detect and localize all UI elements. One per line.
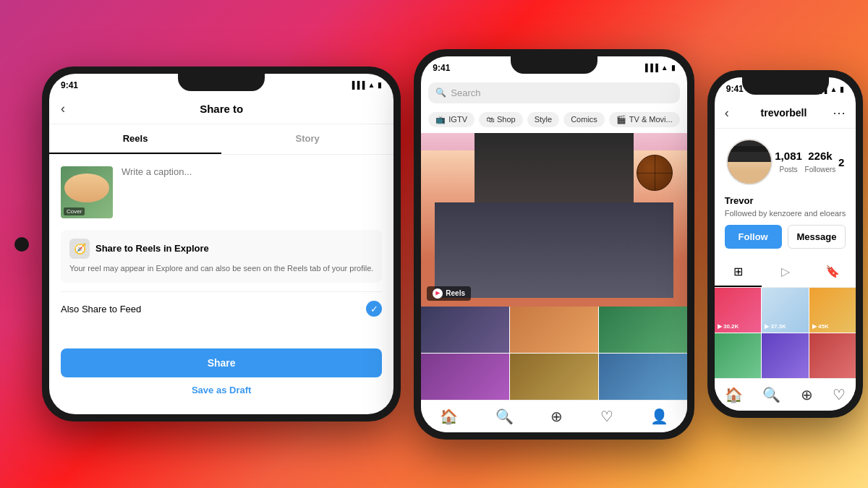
- profile-grid: ▶ 30.2K ▶ 37.3K ▶ 45K: [715, 288, 856, 378]
- ball-line-v: [655, 155, 655, 190]
- filter-style[interactable]: Style: [527, 112, 559, 127]
- time-2: 9:41: [61, 80, 78, 90]
- saved-view-tab[interactable]: 🔖: [809, 257, 856, 287]
- share-title: Share to: [200, 103, 243, 115]
- profile-header: ‹ trevorbell ⋯: [715, 98, 856, 129]
- profile-cell-4[interactable]: [715, 333, 762, 378]
- share-button[interactable]: Share: [61, 348, 382, 377]
- notch-2: [178, 74, 265, 91]
- grid-cell-5[interactable]: [510, 354, 598, 400]
- profile-cell-2[interactable]: ▶ 37.3K: [762, 288, 809, 333]
- filter-style-label: Style: [535, 115, 552, 124]
- explore-compass-icon: 🧭: [69, 239, 90, 259]
- nav-home-icon[interactable]: 🏠: [440, 408, 458, 425]
- tab-story[interactable]: Story: [221, 124, 393, 154]
- reels-view-tab[interactable]: ▷: [762, 257, 809, 287]
- share-screen: 9:41 ▐▐▐ ▲ ▮ ‹ Share to Reels Story: [49, 74, 393, 414]
- reels-play-icon: [433, 288, 443, 299]
- cell-bg-4: [715, 333, 762, 378]
- signal-3: ▐▐▐: [643, 64, 658, 72]
- followers-label: Followers: [805, 166, 836, 174]
- status-icons-2: ▐▐▐ ▲ ▮: [349, 81, 382, 89]
- profile-cell-6[interactable]: [809, 333, 856, 378]
- profile-nav: 🏠 🔍 ⊕ ♡: [715, 378, 856, 411]
- view-count-1: ▶ 30.2K: [718, 323, 739, 330]
- thumb-face: [64, 174, 109, 202]
- phone-1-reels-camera: 9:41 ▐▐▐ ▲ ▮ ✕ ⚡: [14, 237, 29, 252]
- tv-icon: 🎬: [616, 115, 626, 124]
- nav-add-icon[interactable]: ⊕: [550, 408, 563, 425]
- nav-profile-icon[interactable]: 👤: [650, 408, 668, 425]
- person-outfit: [435, 202, 674, 298]
- also-share-label: Also Share to Feed: [61, 304, 141, 314]
- explore-grid: [421, 307, 686, 400]
- save-draft-link[interactable]: Save as Draft: [61, 377, 382, 403]
- profile-nav-heart[interactable]: ♡: [833, 386, 846, 403]
- caption-input[interactable]: [122, 166, 382, 218]
- profile-cell-1[interactable]: ▶ 30.2K: [715, 288, 762, 333]
- profile-view-tabs: ⊞ ▷ 🔖: [715, 257, 856, 288]
- search-input-placeholder: Search: [451, 87, 480, 98]
- profile-followed-by: Followed by kenzoere and eloears: [715, 209, 856, 225]
- signal-2: ▐▐▐: [349, 81, 365, 89]
- share-header: ‹ Share to: [49, 94, 393, 124]
- grid-cell-1[interactable]: [421, 307, 509, 353]
- grid-bg-3: [599, 307, 687, 353]
- battery-2: ▮: [378, 81, 382, 89]
- cover-label: Cover: [64, 207, 85, 215]
- share-button-area: Share Save as Draft: [49, 337, 393, 414]
- profile-nav-add[interactable]: ⊕: [801, 386, 813, 403]
- battery-3: ▮: [671, 64, 676, 72]
- explore-screen: 9:41 ▐▐▐ ▲ ▮ 🔍 Search 📺 IGTV: [421, 56, 686, 432]
- share-explore-section: 🧭 Share to Reels in Explore Your reel ma…: [61, 230, 382, 283]
- profile-nav-home[interactable]: 🏠: [725, 386, 743, 403]
- search-bar[interactable]: 🔍 Search: [428, 82, 679, 103]
- grid-cell-4[interactable]: [421, 354, 509, 400]
- stat-followers: 226k Followers: [805, 150, 836, 175]
- also-share-row: Also Share to Feed ✓: [61, 291, 382, 325]
- posts-label: Posts: [780, 166, 798, 174]
- grid-bg-5: [510, 354, 598, 400]
- profile-name: Trevor: [715, 195, 856, 209]
- tab-reels[interactable]: Reels: [49, 124, 221, 154]
- view-count-1-text: ▶ 30.2K: [718, 323, 739, 330]
- filter-igtv[interactable]: 📺 IGTV: [428, 112, 475, 127]
- stat-posts: 1,081 Posts: [775, 150, 802, 175]
- share-preview-thumbnail[interactable]: Cover: [61, 166, 113, 218]
- profile-more-button[interactable]: ⋯: [833, 105, 846, 121]
- profile-actions: Follow Message: [715, 225, 856, 257]
- phones-container: 9:41 ▐▐▐ ▲ ▮ ✕ ⚡: [0, 35, 868, 454]
- explore-nav: 🏠 🔍 ⊕ ♡ 👤: [421, 400, 686, 432]
- message-button[interactable]: Message: [788, 225, 846, 249]
- share-back-button[interactable]: ‹: [61, 101, 65, 116]
- profile-nav-search[interactable]: 🔍: [762, 386, 780, 403]
- share-preview-row: Cover: [61, 166, 382, 218]
- filter-shop[interactable]: 🛍 Shop: [479, 112, 523, 127]
- profile-cell-5[interactable]: [762, 333, 809, 378]
- search-icon: 🔍: [435, 87, 446, 98]
- reels-badge: Reels: [427, 286, 471, 301]
- wifi-4: ▲: [830, 85, 837, 93]
- grid-view-tab[interactable]: ⊞: [715, 257, 762, 287]
- phone-2-share: 9:41 ▐▐▐ ▲ ▮ ‹ Share to Reels Story: [42, 67, 401, 421]
- filter-comics-label: Comics: [571, 115, 597, 124]
- profile-username: trevorbell: [735, 107, 833, 119]
- filter-comics[interactable]: Comics: [563, 112, 605, 127]
- profile-cell-3[interactable]: ▶ 45K: [809, 288, 856, 333]
- stat-following: 2: [838, 156, 844, 168]
- nav-heart-icon[interactable]: ♡: [600, 408, 613, 425]
- nav-search-icon[interactable]: 🔍: [495, 408, 514, 425]
- grid-cell-6[interactable]: [599, 354, 687, 400]
- filter-tv-movies[interactable]: 🎬 TV & Movi...: [609, 112, 680, 127]
- notch-4: [742, 77, 829, 95]
- profile-back-button[interactable]: ‹: [725, 106, 729, 121]
- grid-cell-2[interactable]: [510, 307, 598, 353]
- time-3: 9:41: [433, 63, 450, 73]
- follow-button[interactable]: Follow: [725, 225, 782, 249]
- phone-3-explore: 9:41 ▐▐▐ ▲ ▮ 🔍 Search 📺 IGTV: [414, 49, 694, 440]
- view-count-2-text: ▶ 37.3K: [765, 323, 786, 330]
- also-share-checkbox[interactable]: ✓: [366, 301, 382, 317]
- grid-cell-3[interactable]: [599, 307, 687, 353]
- cell-bg-6: [809, 333, 856, 378]
- share-tabs: Reels Story: [49, 124, 393, 155]
